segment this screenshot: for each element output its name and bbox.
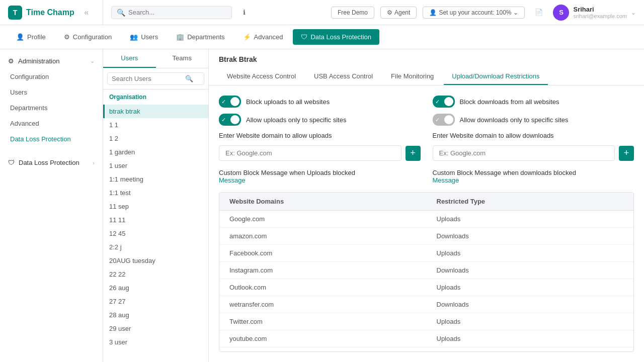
table-td-type: Uploads: [427, 330, 634, 347]
table-body: Google.com Uploads amazon.com Downloads …: [219, 211, 633, 352]
table-header: Website Domains Restricted Type: [219, 193, 633, 211]
content-tab-file-monitoring[interactable]: File Monitoring: [383, 68, 442, 85]
avatar: S: [553, 5, 569, 21]
collapse-sidebar-button[interactable]: «: [80, 7, 93, 19]
sidebar-group-administration[interactable]: ⚙ Administration ⌄: [0, 53, 103, 69]
block-downloads-toggle-row: ✓ Block downloads from all websites: [433, 96, 634, 108]
org-item-2727[interactable]: 27 27: [103, 295, 208, 308]
sidebar-item-configuration[interactable]: Configuration: [0, 69, 103, 84]
table-col-restricted-type: Restricted Type: [427, 193, 634, 210]
org-item-11-test[interactable]: 1:1 test: [103, 186, 208, 200]
org-item-20aug-tuesday[interactable]: 20AUG tuesday: [103, 254, 208, 267]
search-users-input[interactable]: [112, 75, 182, 82]
panel-tab-teams[interactable]: Teams: [156, 49, 209, 68]
panel-tab-users[interactable]: Users: [103, 49, 156, 68]
topbar: T Time Champ « 🔍 ℹ Free Demo ⚙ Agent 👤 S…: [0, 0, 644, 25]
org-item-11[interactable]: 1 1: [103, 118, 208, 132]
org-item-1-garden[interactable]: 1 garden: [103, 145, 208, 159]
app-name: Time Champ: [26, 8, 74, 17]
toggle-knob: [230, 97, 239, 106]
table-row: Outlook.com Uploads: [219, 279, 633, 296]
uploads-message-link[interactable]: Message: [219, 176, 246, 184]
search-users-area: 🔍: [103, 68, 208, 89]
chevron-right-icon: ›: [93, 160, 95, 166]
toggle-check-icon3: ✓: [435, 99, 440, 105]
block-downloads-toggle[interactable]: ✓: [433, 96, 455, 108]
org-item-11-sep[interactable]: 11 sep: [103, 200, 208, 213]
org-item-1-user[interactable]: 1 user: [103, 159, 208, 172]
content-tabs: Website Access Control USB Access Contro…: [219, 68, 634, 85]
sidebar-group-dlp[interactable]: 🛡 Data Loss Protection ›: [0, 155, 103, 170]
table-td-domain: Myntra.com: [219, 347, 427, 352]
user-menu[interactable]: S Srihari srihari@example.com ⌄: [553, 5, 636, 21]
advanced-icon: ⚡: [243, 33, 251, 41]
upload-download-two-col: ✓ Block uploads to all websites ✓ Allow …: [219, 96, 634, 184]
search-area: 🔍 ℹ: [103, 5, 331, 21]
user-menu-chevron-icon: ⌄: [631, 9, 636, 16]
domains-table: Website Domains Restricted Type Google.c…: [219, 192, 634, 352]
downloads-add-domain-button[interactable]: +: [619, 146, 634, 161]
tab-data-loss-protection[interactable]: 🛡 Data Loss Protection: [293, 29, 379, 45]
user-panel: Users Teams 🔍 Organisation btrak btrak1 …: [103, 49, 209, 362]
search-icon: 🔍: [117, 9, 125, 17]
agent-button[interactable]: ⚙ Agent: [380, 7, 417, 19]
tab-departments[interactable]: 🏢 Departments: [168, 29, 232, 45]
account-setup-button[interactable]: 👤 Set up your account: 100% ⌄: [423, 7, 525, 19]
block-uploads-label: Block uploads to all websites: [246, 98, 330, 106]
account-icon: 👤: [429, 9, 437, 16]
org-item-26-aug[interactable]: 26 aug: [103, 281, 208, 295]
org-item-btrak-btrak[interactable]: btrak btrak: [103, 105, 208, 118]
tab-configuration[interactable]: ⚙ Configuration: [56, 29, 120, 45]
tab-profile[interactable]: 👤 Profile: [8, 29, 54, 45]
table-td-domain: Twitter.com: [219, 313, 427, 330]
enter-domain-downloads-label: Enter Website domain to allow downloads: [433, 132, 634, 139]
notifications-icon[interactable]: 📄: [531, 5, 547, 21]
allow-uploads-toggle[interactable]: ✓: [219, 114, 241, 126]
tab-advanced[interactable]: ⚡ Advanced: [235, 29, 291, 45]
content-tab-usb-access-control[interactable]: USB Access Control: [306, 68, 381, 85]
data-loss-protection-icon: 🛡: [301, 33, 307, 41]
table-row: wetransfer.com Downloads: [219, 296, 633, 313]
search-users-box[interactable]: 🔍: [107, 72, 204, 85]
sidebar-item-users[interactable]: Users: [0, 84, 103, 100]
agent-icon: ⚙: [387, 9, 392, 16]
downloads-message-link[interactable]: Message: [433, 176, 459, 184]
content-tab-website-access-control[interactable]: Website Access Control: [219, 68, 304, 85]
org-item-29-user[interactable]: 29 user: [103, 322, 208, 335]
global-search-input[interactable]: [128, 9, 209, 16]
toggle-knob3: [444, 97, 453, 106]
uploads-add-domain-button[interactable]: +: [406, 146, 421, 161]
profile-icon: 👤: [16, 33, 24, 41]
table-td-type: Uploads: [427, 245, 634, 261]
sidebar: ⚙ Administration ⌄ Configuration Users D…: [0, 49, 103, 362]
main-layout: ⚙ Administration ⌄ Configuration Users D…: [0, 49, 644, 362]
org-item-11-meeting[interactable]: 1:1 meeting: [103, 172, 208, 186]
table-td-type: Downloads: [427, 262, 634, 279]
org-item-1245[interactable]: 12 45: [103, 227, 208, 240]
org-item-28-aug[interactable]: 28 aug: [103, 308, 208, 322]
breadcrumb: Btrak Btrak: [219, 55, 634, 63]
info-icon[interactable]: ℹ: [236, 5, 252, 21]
org-list: btrak btrak1 11 21 garden1 user1:1 meeti…: [103, 105, 208, 362]
downloads-domain-input[interactable]: [433, 145, 615, 161]
org-item-3-user[interactable]: 3 user: [103, 335, 208, 349]
tab-users[interactable]: 👥 Users: [122, 29, 166, 45]
sidebar-item-advanced[interactable]: Advanced: [0, 116, 103, 131]
free-demo-button[interactable]: Free Demo: [331, 7, 374, 19]
global-search-box[interactable]: 🔍: [111, 6, 232, 19]
block-uploads-toggle[interactable]: ✓: [219, 96, 241, 108]
org-item-12[interactable]: 1 2: [103, 132, 208, 145]
uploads-domain-input[interactable]: [219, 145, 401, 161]
table-td-domain: youtube.com: [219, 330, 427, 347]
allow-downloads-toggle[interactable]: ✓: [433, 114, 455, 126]
org-item-22j[interactable]: 2:2 j: [103, 240, 208, 254]
allow-uploads-label: Allow uploads only to specific sites: [246, 116, 346, 124]
table-td-type: Uploads: [427, 211, 634, 227]
org-item-1111[interactable]: 11 11: [103, 213, 208, 227]
content-tab-upload-download-restrictions[interactable]: Upload/Download Restrictions: [444, 68, 547, 85]
chevron-down-icon: ⌄: [513, 9, 518, 16]
uploads-col: ✓ Block uploads to all websites ✓ Allow …: [219, 96, 421, 184]
sidebar-item-departments[interactable]: Departments: [0, 100, 103, 116]
sidebar-item-data-loss-protection[interactable]: Data Loss Protection: [0, 131, 103, 147]
org-item-2222[interactable]: 22 22: [103, 267, 208, 281]
